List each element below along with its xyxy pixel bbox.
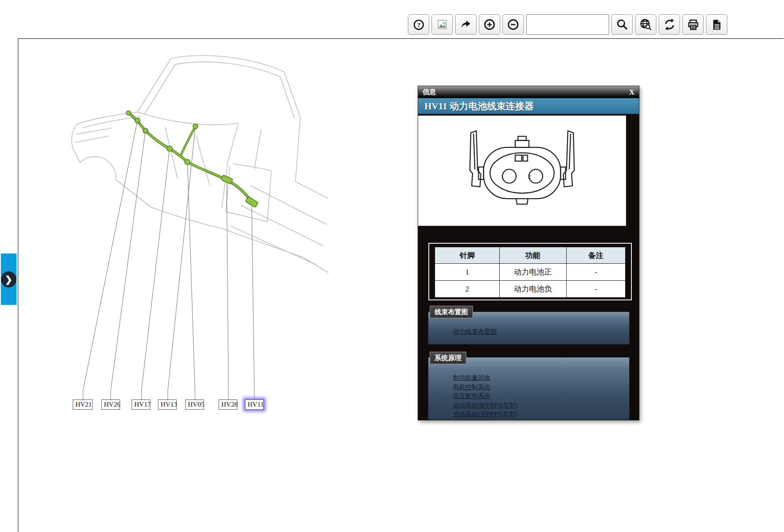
- harness-layout-link[interactable]: 动力线束布置图: [453, 327, 497, 337]
- sidebar-toggle-button[interactable]: ❯: [1, 254, 17, 305]
- share-icon: [460, 19, 472, 30]
- popup-titlebar: 信息 X: [418, 86, 639, 98]
- pin-function-cell: 动力电池正: [500, 264, 566, 281]
- popup-header-title: HV11 动力电池线束连接器: [418, 98, 639, 115]
- image-icon: [436, 19, 448, 30]
- leader-lines: [83, 121, 254, 400]
- top-toolbar: ?: [408, 14, 727, 35]
- pin-table-header-function: 功能: [500, 247, 566, 264]
- system-principle-link-start-peps[interactable]: 启动系统(配PEPS车型): [453, 401, 518, 410]
- zoom-out-button[interactable]: [502, 14, 524, 35]
- connector-label-hv11[interactable]: HV11: [245, 399, 264, 410]
- image-button[interactable]: [431, 14, 453, 35]
- connector-label-hv28[interactable]: HV28: [219, 399, 237, 410]
- table-row: 1 动力电池正 -: [435, 264, 626, 281]
- help-button[interactable]: ?: [408, 14, 429, 35]
- pin-table: 针脚 功能 备注 1 动力电池正 - 2 动力电池负 -: [435, 247, 626, 298]
- search-icon: [616, 18, 628, 31]
- zoom-in-icon: [483, 18, 496, 31]
- pin-note-cell: -: [566, 264, 625, 281]
- pin-2-label: 2: [528, 174, 531, 180]
- pin-table-container: 针脚 功能 备注 1 动力电池正 - 2 动力电池负 -: [428, 243, 632, 300]
- section-title-harness-layout: 线束布置图: [430, 306, 473, 318]
- refresh-icon: [664, 19, 676, 30]
- pin-function-cell: 动力电池负: [500, 281, 566, 298]
- system-principle-link-brake-energy[interactable]: 制动能量回收: [453, 373, 518, 382]
- print-icon: [687, 19, 699, 31]
- document-icon: [711, 19, 722, 31]
- connector-label-hv17[interactable]: HV17: [132, 399, 150, 410]
- pin-table-header-note: 备注: [566, 247, 625, 264]
- system-principle-link-motor-control[interactable]: 电机控制系统: [453, 382, 518, 392]
- app-window: ?: [0, 0, 784, 532]
- share-button[interactable]: [455, 14, 477, 35]
- car-wireframe-illustration: [62, 51, 330, 415]
- help-icon: ?: [413, 19, 425, 31]
- table-row: 2 动力电池负 -: [435, 281, 626, 298]
- document-button[interactable]: [706, 14, 727, 35]
- connector-label-hv26[interactable]: HV26: [101, 399, 120, 410]
- pin-1-label: 1: [501, 174, 504, 180]
- search-button[interactable]: [611, 14, 633, 35]
- pin-number-cell: 2: [435, 281, 500, 298]
- web-search-button[interactable]: [635, 14, 656, 35]
- car-body-lines: [72, 55, 328, 273]
- system-principle-link-start-no-peps[interactable]: 启动系统(无PEPS车型): [453, 410, 518, 419]
- search-input[interactable]: [526, 14, 609, 35]
- web-search-icon: [639, 18, 652, 31]
- chevron-right-icon: ❯: [1, 271, 17, 287]
- harness-connectors: [126, 111, 258, 208]
- car-diagram: [62, 51, 330, 415]
- close-button[interactable]: X: [629, 88, 635, 97]
- zoom-out-icon: [507, 18, 519, 31]
- connector-label-hv05[interactable]: HV05: [185, 399, 204, 410]
- pin-table-header-pin: 针脚: [435, 247, 500, 264]
- system-principle-link-hv-distribution[interactable]: 高压配电系统: [453, 391, 518, 401]
- info-popup: 信息 X HV11 动力电池线束连接器: [418, 86, 639, 420]
- connector-diagram: 1 2: [453, 127, 591, 214]
- wiring-harness: [126, 111, 258, 208]
- zoom-in-button[interactable]: [479, 14, 500, 35]
- connector-label-hv21[interactable]: HV21: [73, 399, 93, 410]
- pin-number-cell: 1: [435, 264, 500, 281]
- connector-label-hv13[interactable]: HV13: [158, 399, 177, 410]
- svg-text:?: ?: [417, 21, 420, 29]
- section-title-system-principle: 系统原理: [430, 352, 466, 364]
- pin-note-cell: -: [566, 281, 625, 298]
- refresh-button[interactable]: [659, 14, 680, 35]
- popup-title: 信息: [423, 88, 436, 96]
- print-button[interactable]: [682, 14, 704, 35]
- connector-diagram-panel: 1 2: [418, 116, 626, 226]
